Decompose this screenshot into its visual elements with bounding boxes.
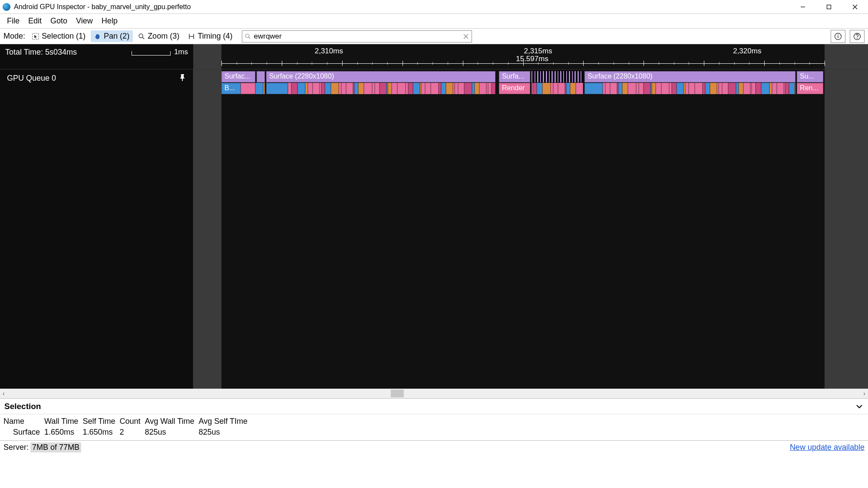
slice-sub[interactable] — [719, 83, 722, 94]
clear-search-icon[interactable] — [463, 33, 469, 39]
slice-sub[interactable] — [566, 83, 570, 94]
slice-sub[interactable] — [263, 83, 265, 94]
timeline-ruler[interactable]: 15.597ms 2,310ms2,315ms2,320ms — [193, 44, 868, 69]
help-button[interactable] — [850, 30, 865, 43]
mode-timing[interactable]: Timing (4) — [185, 30, 236, 42]
slice-sub[interactable] — [479, 83, 486, 94]
slice-surface[interactable]: Surface (2280x1080) — [266, 71, 495, 82]
menu-goto[interactable]: Goto — [46, 15, 72, 27]
scroll-thumb[interactable] — [391, 390, 404, 397]
slice-sub[interactable] — [408, 83, 413, 94]
slice-sub[interactable] — [455, 83, 458, 94]
slice-render[interactable] — [584, 83, 603, 94]
slice-sub[interactable] — [413, 83, 420, 94]
slice-sub[interactable] — [375, 83, 380, 94]
minimize-button[interactable] — [790, 0, 816, 13]
slice-sub[interactable] — [533, 83, 536, 94]
maximize-button[interactable] — [816, 0, 842, 13]
slice-sub[interactable] — [722, 83, 728, 94]
menu-view[interactable]: View — [72, 15, 97, 27]
slice-sub[interactable] — [756, 83, 761, 94]
slice-sub[interactable] — [325, 83, 330, 94]
slice-sub[interactable] — [689, 83, 694, 94]
slice-sub[interactable] — [558, 83, 565, 94]
slice-sub[interactable] — [618, 83, 622, 94]
slice-sub[interactable] — [652, 83, 655, 94]
slice-sub[interactable] — [380, 83, 386, 94]
slice-surface[interactable]: Su... — [797, 71, 823, 82]
slice-sub[interactable] — [576, 83, 583, 94]
timeline[interactable]: Total Time: 5s034ms 1ms 15.597ms 2,310ms… — [0, 44, 868, 389]
close-button[interactable] — [842, 0, 868, 13]
slice-sub[interactable] — [537, 83, 542, 94]
slice-sub[interactable] — [492, 83, 495, 94]
slice-sub[interactable] — [639, 83, 644, 94]
slice-render[interactable]: Ren... — [797, 83, 823, 94]
mode-zoom[interactable]: Zoom (3) — [135, 30, 183, 42]
slice-sub[interactable] — [421, 83, 425, 94]
slice-surface[interactable]: Surface (2280x1080) — [584, 71, 795, 82]
slice-sub[interactable] — [358, 83, 364, 94]
slice-render[interactable] — [241, 83, 255, 94]
slice-sub[interactable] — [695, 83, 703, 94]
slice-sub[interactable] — [542, 83, 550, 94]
slice-sub[interactable] — [728, 83, 736, 94]
search-input[interactable] — [254, 32, 463, 41]
scroll-left-icon[interactable]: ‹ — [3, 390, 5, 397]
pin-icon[interactable] — [180, 74, 186, 82]
slice-sub[interactable] — [388, 83, 391, 94]
slice-sub[interactable] — [785, 83, 789, 94]
slice-render[interactable]: Render — [499, 83, 530, 94]
slice-sub[interactable] — [458, 83, 464, 94]
slice-sub[interactable] — [297, 83, 305, 94]
info-button[interactable] — [831, 30, 845, 43]
slice-sub[interactable] — [341, 83, 346, 94]
slice-sub[interactable] — [752, 83, 755, 94]
slice-sub[interactable] — [346, 83, 353, 94]
slice-sub[interactable] — [425, 83, 431, 94]
slice-sub[interactable] — [661, 83, 669, 94]
slice-sub[interactable] — [321, 83, 325, 94]
menu-edit[interactable]: Edit — [24, 15, 46, 27]
slice-sub[interactable] — [431, 83, 439, 94]
menu-help[interactable]: Help — [97, 15, 122, 27]
slice-sub[interactable] — [475, 83, 479, 94]
slice-sub[interactable] — [553, 83, 558, 94]
selection-row[interactable]: Surface 1.650ms 1.650ms 2 825us 825us — [3, 427, 252, 438]
search-box[interactable] — [242, 30, 472, 43]
slice-sub[interactable] — [772, 83, 777, 94]
slice-sub[interactable] — [255, 83, 263, 94]
mode-pan[interactable]: Pan (2) — [91, 30, 133, 42]
slice-sub[interactable] — [331, 83, 339, 94]
slice-sub[interactable] — [739, 83, 743, 94]
slice-surface[interactable]: Surfa... — [499, 71, 530, 82]
scroll-right-icon[interactable]: › — [863, 390, 865, 397]
slice-sub[interactable] — [288, 83, 291, 94]
slice-render[interactable] — [266, 83, 288, 94]
slice-surface[interactable] — [257, 71, 265, 82]
slice-sub[interactable] — [789, 83, 795, 94]
slice-sub[interactable] — [672, 83, 677, 94]
slice-sub[interactable] — [610, 83, 617, 94]
track-label[interactable]: GPU Queue 0 — [0, 69, 193, 389]
slice-sub[interactable] — [710, 83, 717, 94]
slice-sub[interactable] — [446, 83, 453, 94]
slice-sub[interactable] — [397, 83, 405, 94]
slice-surface[interactable]: Surfac... — [221, 71, 255, 82]
slice-sub[interactable] — [488, 83, 492, 94]
slice-sub[interactable] — [644, 83, 650, 94]
slice-render[interactable]: B... — [221, 83, 241, 94]
track-body[interactable]: Surfac...Surface (2280x1080)Surfa...Surf… — [193, 69, 868, 389]
chevron-down-icon[interactable] — [855, 402, 864, 411]
slice-sub[interactable] — [656, 83, 661, 94]
slice-sub[interactable] — [605, 83, 610, 94]
slice-sub[interactable] — [441, 83, 446, 94]
slice-sub[interactable] — [622, 83, 628, 94]
slice-sub[interactable] — [291, 83, 297, 94]
slice-sub[interactable] — [354, 83, 358, 94]
mode-selection[interactable]: Selection (1) — [29, 30, 89, 42]
slice-sub[interactable] — [308, 83, 313, 94]
slice-sub[interactable] — [313, 83, 320, 94]
selection-header[interactable]: Selection — [0, 399, 868, 414]
update-link[interactable]: New update available — [790, 443, 865, 452]
